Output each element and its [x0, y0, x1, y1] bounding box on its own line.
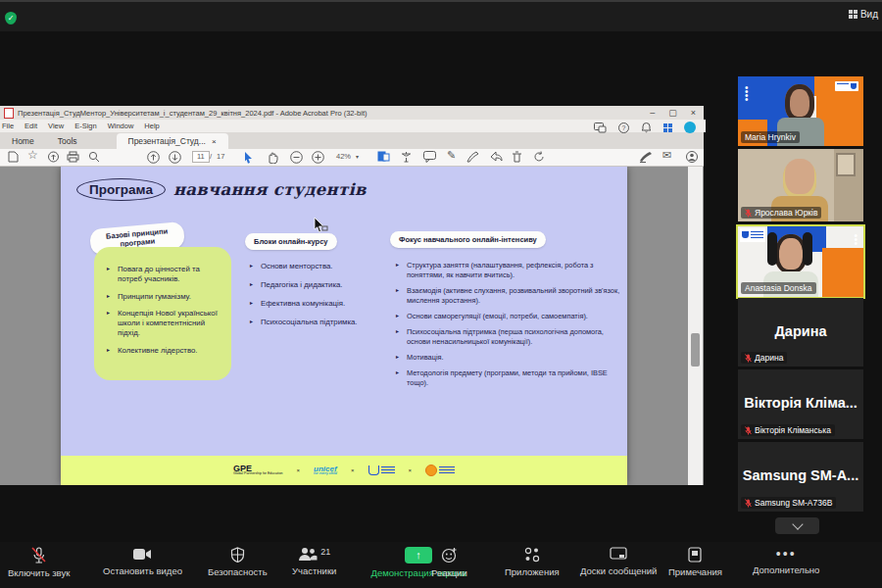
video-tile-maria[interactable]: •••• Maria Hrynkiv — [738, 76, 863, 146]
pdf-doc-icon — [4, 108, 14, 119]
print-icon[interactable] — [67, 151, 79, 163]
fill-sign-icon[interactable] — [466, 151, 480, 163]
notes-button[interactable]: Примечания — [668, 547, 722, 577]
video-button[interactable]: Остановить видео — [103, 547, 182, 576]
zoom-level-value[interactable]: 42% — [336, 151, 351, 163]
audio-tile-daryna[interactable]: Дарина Дарина — [738, 298, 863, 367]
switch-view-icon[interactable] — [594, 122, 607, 133]
participant-name-label: Ярослава Юрків — [741, 207, 821, 219]
comment-icon[interactable] — [423, 151, 436, 163]
participants-button[interactable]: 21 Участники — [292, 547, 336, 576]
share-screen-button[interactable]: ↑ Демонстрация экрана — [345, 547, 492, 578]
presentation-slide: Програма навчання студентів Базові принц… — [61, 167, 627, 485]
share-icon[interactable] — [490, 151, 503, 163]
slide-title-badge: Програма — [76, 178, 166, 201]
list-item: Колективне лідерство. — [106, 346, 221, 356]
close-button[interactable]: × — [691, 108, 696, 118]
more-button[interactable]: ••• Дополнительно — [753, 547, 819, 575]
search-icon[interactable] — [88, 151, 100, 163]
ellipsis-icon: ••• — [776, 547, 797, 561]
menu-esign[interactable]: E-Sign — [74, 122, 97, 130]
participant-name-label: Дарина — [741, 352, 787, 364]
acrobat-top-right-icons: ? — [594, 122, 696, 133]
video-tile-anastasia-active[interactable]: ••• Anastasia Donska — [736, 224, 865, 299]
next-page-icon[interactable] — [169, 151, 181, 164]
acrobat-window-title: Презентація_СтудМентор_Університетам_і_с… — [18, 109, 367, 118]
menu-help[interactable]: Help — [144, 122, 159, 130]
upload-cloud-icon[interactable] — [47, 151, 60, 163]
audio-tile-samsung[interactable]: Samsung SM-A... Samsung SM-A736B — [738, 442, 863, 512]
tab-close-icon[interactable]: × — [212, 137, 217, 146]
tab-document[interactable]: Презентація_Студ... × — [117, 133, 228, 149]
sign-pen-icon[interactable] — [639, 151, 653, 163]
participant-face — [783, 159, 816, 200]
tile-menu-dots[interactable]: ••• — [854, 234, 858, 246]
menu-view[interactable]: View — [48, 122, 64, 130]
select-tool-icon[interactable] — [243, 151, 254, 164]
zoom-out-icon[interactable] — [290, 151, 303, 164]
pdf-scrollbar-thumb[interactable] — [691, 333, 700, 367]
tab-document-label: Презентація_Студ... — [128, 136, 206, 146]
column3-label: Фокус навчального онлайн-інтенсиву — [390, 231, 546, 248]
tab-tools[interactable]: Tools — [46, 133, 89, 149]
presentation-icon[interactable] — [400, 151, 413, 163]
list-item: Методологія предмету (програми, методи т… — [395, 368, 622, 388]
unicef-logo: uniceffor every child — [314, 466, 337, 475]
video-tile-yaroslava[interactable]: Ярослава Юрків — [738, 149, 863, 221]
university-logo — [835, 81, 858, 91]
list-item: Концепція Нової української школи і комп… — [106, 309, 221, 339]
menu-edit[interactable]: Edit — [24, 122, 37, 130]
save-icon[interactable] — [8, 151, 19, 163]
notes-icon — [688, 547, 702, 563]
footer-logo-u — [368, 466, 395, 475]
svg-text:?: ? — [622, 124, 626, 131]
apps-grid-icon[interactable] — [663, 123, 672, 132]
zoom-dropdown-chevron[interactable]: ▾ — [356, 151, 359, 163]
help-icon[interactable]: ? — [618, 122, 629, 133]
page-number-input[interactable]: 11 — [192, 151, 210, 163]
trash-icon[interactable] — [512, 151, 522, 163]
bg-dots: •••• — [745, 86, 749, 102]
apps-button[interactable]: Приложения — [505, 547, 560, 577]
view-button[interactable]: Вид — [849, 9, 878, 20]
list-item: Основи саморегуляції (емоції, потреби, с… — [395, 312, 622, 321]
participant-name-label: Вікторія Кліманська — [741, 424, 835, 436]
rotate-icon[interactable] — [533, 151, 545, 163]
hand-tool-icon[interactable] — [267, 151, 278, 164]
whiteboards-button[interactable]: Доски сообщений — [580, 547, 657, 576]
list-item: Педагогіка і дидактика. — [249, 280, 376, 290]
restore-button[interactable]: ▢ — [668, 108, 677, 118]
audio-tile-viktoria[interactable]: Вікторія Кліма... Вікторія Кліманська — [738, 369, 863, 439]
pencil-icon[interactable]: ✎ — [447, 149, 456, 161]
acrobat-tabbar: Home Tools Презентація_Студ... × — [0, 132, 704, 149]
minimize-button[interactable]: – — [650, 108, 655, 118]
participants-count: 21 — [320, 547, 330, 557]
previous-page-icon[interactable] — [147, 151, 160, 164]
page-display-icon[interactable] — [377, 151, 390, 163]
user-icon[interactable] — [686, 151, 698, 163]
menu-window[interactable]: Window — [108, 122, 134, 130]
acrobat-titlebar[interactable]: Презентація_СтудМентор_Університетам_і_с… — [0, 106, 704, 120]
encryption-shield-icon: ✓ — [5, 12, 17, 24]
grid-view-icon — [849, 10, 858, 19]
list-item: Психосоціальна підтримка (перша психолог… — [395, 327, 622, 347]
more-participants-chevron[interactable] — [775, 517, 819, 534]
muted-mic-icon — [745, 354, 752, 363]
pdf-scrollbar[interactable] — [688, 167, 703, 485]
mute-button[interactable]: Включить звук — [8, 547, 70, 578]
picture-frame — [836, 153, 856, 176]
view-button-label: Вид — [860, 9, 878, 20]
reactions-button[interactable]: Реакции — [431, 547, 467, 578]
notifications-bell-icon[interactable] — [641, 122, 652, 133]
zoom-in-icon[interactable] — [312, 151, 324, 164]
star-icon[interactable]: ☆ — [27, 149, 38, 161]
tab-home[interactable]: Home — [0, 133, 46, 149]
pdf-view-area[interactable]: Програма навчання студентів Базові принц… — [0, 167, 704, 485]
menu-file[interactable]: File — [2, 122, 14, 130]
participants-icon — [298, 547, 318, 562]
envelope-icon[interactable]: ✉ — [662, 149, 671, 161]
account-avatar[interactable] — [684, 122, 696, 133]
security-button[interactable]: Безопасность — [208, 547, 268, 577]
zoom-meeting-window: ✓ Вид Презентація_СтудМентор_Університет… — [0, 0, 882, 588]
logo-separator: × — [409, 467, 413, 473]
